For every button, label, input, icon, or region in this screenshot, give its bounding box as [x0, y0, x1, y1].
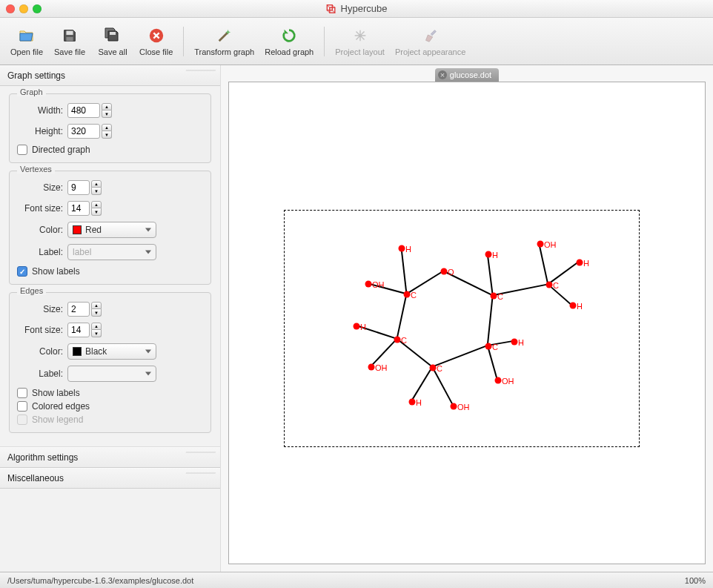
height-label: Height:: [17, 126, 63, 136]
spinner-up[interactable]: ▲: [91, 302, 102, 309]
graph-node[interactable]: [495, 377, 502, 384]
edge-color-select[interactable]: Black: [67, 343, 156, 360]
edge-fontsize-input[interactable]: ▲▼: [67, 323, 102, 337]
edge-label-select: [67, 366, 156, 382]
svg-rect-6: [66, 30, 73, 35]
graph-settings-panel: Graph Width: ▲▼ Height: ▲▼ Directed grap…: [0, 86, 220, 447]
graph-node-label: O: [448, 268, 454, 277]
window-minimize-button[interactable]: [19, 4, 28, 13]
graph-node[interactable]: [365, 281, 372, 288]
spinner-up[interactable]: ▲: [91, 201, 102, 208]
graph-node[interactable]: [399, 245, 405, 252]
graph-node-label: C: [401, 336, 407, 345]
svg-line-19: [411, 367, 432, 401]
spinner-up[interactable]: ▲: [91, 323, 102, 330]
wand-icon: [216, 27, 233, 44]
spinner-down[interactable]: ▼: [91, 330, 102, 337]
window-close-button[interactable]: [6, 4, 15, 13]
graph-node[interactable]: [491, 293, 497, 300]
graph-node-label: C: [553, 281, 559, 290]
open-file-button[interactable]: Open file: [6, 21, 47, 62]
spinner-down[interactable]: ▼: [102, 131, 112, 139]
graph-node[interactable]: [546, 282, 553, 288]
graph-node[interactable]: [354, 323, 360, 330]
graph-node-label: H: [583, 259, 589, 268]
spinner-up[interactable]: ▲: [102, 124, 112, 131]
directed-label: Directed graph: [32, 145, 90, 155]
canvas[interactable]: HOHOHHCHCCOHHCOHCHOHCHOH: [228, 82, 706, 564]
graph-node-label: H: [405, 245, 411, 254]
show-vertex-labels-label: Show labels: [32, 266, 80, 277]
edge-color-label: Color:: [17, 346, 63, 357]
graph-legend: Graph: [17, 87, 46, 96]
spinner-down[interactable]: ▼: [102, 110, 112, 118]
edge-size-label: Size:: [17, 304, 63, 314]
window-zoom-button[interactable]: [33, 4, 42, 13]
graph-node[interactable]: [368, 364, 375, 371]
graph-node[interactable]: [441, 268, 448, 275]
graph-node[interactable]: [485, 343, 492, 350]
algorithm-settings-header[interactable]: Algorithm settings: [0, 447, 220, 468]
graph-node[interactable]: [570, 303, 577, 309]
width-input[interactable]: ▲▼: [67, 103, 112, 118]
toolbar-separator: [324, 27, 325, 56]
svg-line-24: [488, 295, 493, 346]
width-label: Width:: [17, 105, 63, 116]
graph-node[interactable]: [404, 291, 411, 298]
height-input[interactable]: ▲▼: [67, 124, 112, 139]
project-layout-button: Project layout: [331, 21, 389, 62]
show-edge-labels-checkbox[interactable]: [17, 388, 27, 398]
document-tab[interactable]: glucose.dot: [435, 68, 499, 82]
graph-node[interactable]: [451, 403, 457, 410]
colored-edges-checkbox[interactable]: [17, 401, 27, 412]
graph-node-label: H: [577, 302, 583, 311]
svg-rect-8: [110, 32, 116, 35]
graph-node[interactable]: [537, 241, 544, 248]
spinner-down[interactable]: ▼: [91, 309, 102, 317]
vertexes-legend: Vertexes: [17, 165, 55, 174]
spinner-up[interactable]: ▲: [91, 180, 102, 188]
edge-label-label: Label:: [17, 369, 63, 379]
transform-graph-button[interactable]: Transform graph: [190, 21, 259, 62]
vertex-color-select[interactable]: Red: [67, 222, 156, 238]
close-file-button[interactable]: Close file: [135, 21, 177, 62]
graph-node[interactable]: [485, 251, 492, 258]
graph-node-label: C: [492, 343, 498, 351]
graph-node[interactable]: [394, 337, 401, 343]
graph-node[interactable]: [430, 365, 437, 371]
graph-node-label: OH: [375, 363, 388, 372]
graph-node[interactable]: [409, 399, 416, 406]
vertex-size-label: Size:: [17, 182, 63, 193]
edge-size-input[interactable]: ▲▼: [67, 302, 102, 317]
show-edge-labels-label: Show labels: [32, 388, 80, 398]
spinner-down[interactable]: ▼: [91, 188, 102, 195]
directed-checkbox[interactable]: [17, 145, 27, 155]
save-all-icon: [104, 27, 122, 44]
tab-close-icon[interactable]: [438, 70, 447, 79]
vertex-fontsize-input[interactable]: ▲▼: [67, 201, 102, 216]
edge-fontsize-label: Font size:: [17, 325, 63, 335]
svg-line-17: [371, 339, 397, 366]
vertex-size-input[interactable]: ▲▼: [67, 180, 102, 195]
save-all-button[interactable]: Save all: [92, 21, 133, 62]
svg-line-13: [402, 248, 407, 294]
spinner-up[interactable]: ▲: [102, 103, 112, 110]
graph-settings-header[interactable]: Graph settings: [0, 65, 220, 86]
vertex-color-label: Color:: [17, 225, 63, 235]
svg-line-29: [548, 284, 571, 305]
spinner-down[interactable]: ▼: [91, 208, 102, 216]
graph-node-label: OH: [544, 240, 557, 249]
show-vertex-labels-checkbox[interactable]: [17, 266, 27, 277]
reload-graph-button[interactable]: Reload graph: [260, 21, 318, 62]
sidebar: Graph settings Graph Width: ▲▼ Height: ▲…: [0, 65, 221, 572]
graph-node-label: H: [518, 338, 524, 347]
save-file-button[interactable]: Save file: [49, 21, 90, 62]
folder-open-icon: [18, 27, 36, 44]
window-title: Hypercube: [341, 3, 388, 14]
tab-label: glucose.dot: [450, 70, 491, 79]
miscellaneous-header[interactable]: Miscellaneous: [0, 468, 220, 489]
graph-node[interactable]: [577, 260, 583, 266]
graph-node[interactable]: [511, 339, 518, 346]
svg-line-15: [397, 294, 407, 339]
svg-rect-7: [66, 36, 73, 41]
